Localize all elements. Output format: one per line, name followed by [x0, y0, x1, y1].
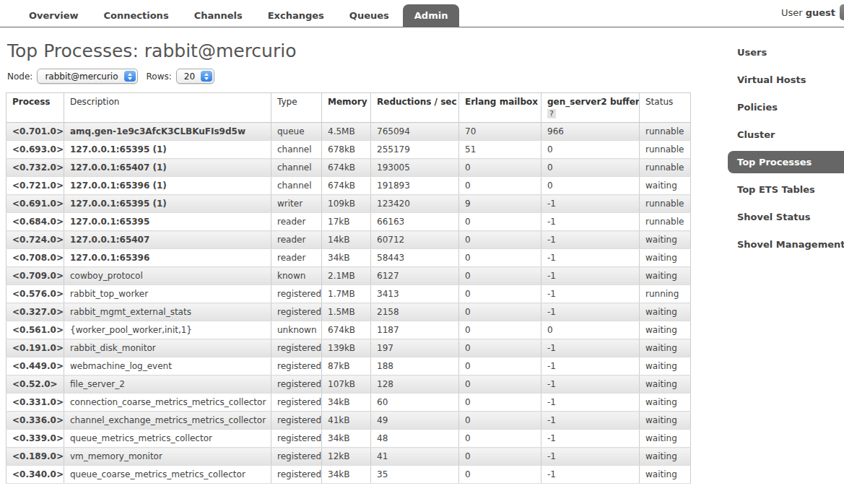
process-cell: <0.709.0> — [6, 267, 64, 285]
tab-connections[interactable]: Connections — [92, 4, 180, 27]
description-cell[interactable]: 127.0.0.1:65407 — [64, 231, 271, 249]
user-label: User — [781, 7, 803, 18]
table-row: <0.709.0>cowboy_protocolknown2.1MB61270-… — [6, 267, 691, 285]
col-header-label: Reductions / sec — [377, 97, 457, 107]
memory-cell: 17kB — [322, 213, 371, 231]
type-cell: registered — [271, 394, 322, 412]
col-header-label: Process — [12, 97, 51, 107]
node-select[interactable]: rabbit@mercurio — [37, 69, 137, 84]
process-cell: <0.339.0> — [6, 430, 64, 448]
col-header-erlang-mailbox[interactable]: Erlang mailbox — [459, 93, 541, 123]
process-cell: <0.327.0> — [6, 303, 64, 321]
sidebar-item-shovel-management[interactable]: Shovel Management — [728, 233, 844, 256]
mailbox-cell: 0 — [459, 466, 541, 484]
memory-cell: 674kB — [322, 159, 371, 177]
type-cell: registered — [271, 448, 322, 466]
col-header-status: Status — [640, 93, 691, 123]
reductions-cell: 66163 — [371, 213, 459, 231]
type-cell: channel — [271, 141, 322, 159]
type-cell: reader — [271, 249, 322, 267]
description-cell[interactable]: 127.0.0.1:65407 (1) — [64, 159, 271, 177]
mailbox-cell: 0 — [459, 394, 541, 412]
memory-cell: 12kB — [322, 448, 371, 466]
process-cell: <0.708.0> — [6, 249, 64, 267]
tab-channels[interactable]: Channels — [183, 4, 254, 27]
table-row: <0.331.0>connection_coarse_metrics_metri… — [6, 394, 691, 412]
status-cell: waiting — [640, 321, 691, 339]
type-cell: registered — [271, 357, 322, 375]
col-header-label: Erlang mailbox — [465, 97, 538, 107]
rows-label: Rows: — [147, 71, 172, 82]
type-cell: channel — [271, 177, 322, 195]
mailbox-cell: 9 — [459, 195, 541, 213]
tab-admin[interactable]: Admin — [403, 4, 460, 27]
processes-table: ProcessDescriptionTypeMemoryReductions /… — [6, 92, 691, 484]
tab-overview[interactable]: Overview — [17, 4, 90, 27]
mailbox-cell: 0 — [459, 357, 541, 375]
status-cell: waiting — [640, 339, 691, 357]
col-header-process[interactable]: Process — [6, 93, 64, 123]
tab-exchanges[interactable]: Exchanges — [256, 4, 336, 27]
description-cell[interactable]: 127.0.0.1:65396 (1) — [64, 177, 271, 195]
type-cell: queue — [271, 123, 322, 141]
buffer-cell: 966 — [541, 123, 640, 141]
sidebar-item-top-processes[interactable]: Top Processes — [728, 151, 844, 173]
status-cell: waiting — [640, 412, 691, 430]
table-row: <0.693.0>127.0.0.1:65395 (1)channel678kB… — [6, 141, 691, 159]
logout-button[interactable]: Log out — [840, 4, 844, 20]
col-header-gen-server2-buffer[interactable]: gen_server2 buffer? — [541, 93, 640, 123]
memory-cell: 139kB — [322, 339, 371, 357]
tab-queues[interactable]: Queues — [338, 4, 401, 27]
description-cell[interactable]: amq.gen-1e9c3AfcK3CLBKuFIs9d5w — [64, 123, 271, 141]
col-header-reductions-sec[interactable]: Reductions / sec — [371, 93, 459, 123]
process-cell: <0.691.0> — [6, 195, 64, 213]
mailbox-cell: 0 — [459, 285, 541, 303]
buffer-cell: -1 — [541, 231, 640, 249]
mailbox-cell: 0 — [459, 448, 541, 466]
sidebar-item-policies[interactable]: Policies — [728, 96, 844, 118]
description-cell[interactable]: 127.0.0.1:65395 — [64, 213, 271, 231]
sidebar-item-shovel-status[interactable]: Shovel Status — [728, 206, 844, 228]
type-cell: registered — [271, 466, 322, 484]
sidebar-item-users[interactable]: Users — [728, 41, 844, 64]
description-cell: rabbit_top_worker — [64, 285, 271, 303]
col-header-memory[interactable]: Memory — [322, 93, 371, 123]
node-select-value: rabbit@mercurio — [45, 71, 118, 82]
reductions-cell: 255179 — [371, 141, 459, 159]
type-cell: channel — [271, 159, 322, 177]
description-cell[interactable]: 127.0.0.1:65395 (1) — [64, 195, 271, 213]
mailbox-cell: 0 — [459, 159, 541, 177]
col-header-label: Memory — [328, 97, 367, 107]
status-cell: waiting — [640, 466, 691, 484]
status-cell: waiting — [640, 249, 691, 267]
memory-cell: 41kB — [322, 412, 371, 430]
table-row: <0.336.0>channel_exchange_metrics_metric… — [6, 412, 691, 430]
select-stepper-icon — [201, 71, 212, 82]
table-row: <0.708.0>127.0.0.1:65396reader34kB584430… — [6, 249, 691, 267]
description-cell[interactable]: 127.0.0.1:65395 (1) — [64, 141, 271, 159]
mailbox-cell: 0 — [459, 412, 541, 430]
type-cell: unknown — [271, 321, 322, 339]
process-cell: <0.721.0> — [6, 177, 64, 195]
rows-select[interactable]: 20 — [176, 69, 214, 84]
buffer-cell: -1 — [541, 303, 640, 321]
process-cell: <0.336.0> — [6, 412, 64, 430]
help-icon[interactable]: ? — [547, 109, 556, 118]
memory-cell: 1.5MB — [322, 303, 371, 321]
buffer-cell: -1 — [541, 213, 640, 231]
description-cell: connection_coarse_metrics_metrics_collec… — [64, 394, 271, 412]
memory-cell: 34kB — [322, 394, 371, 412]
buffer-cell: 0 — [541, 321, 640, 339]
sidebar-item-cluster[interactable]: Cluster — [728, 123, 844, 146]
buffer-cell: 0 — [541, 141, 640, 159]
reductions-cell: 188 — [371, 357, 459, 375]
process-cell: <0.684.0> — [6, 213, 64, 231]
node-label: Node: — [7, 71, 32, 82]
description-cell: queue_coarse_metrics_metrics_collector — [64, 466, 271, 484]
status-cell: waiting — [640, 448, 691, 466]
description-cell[interactable]: 127.0.0.1:65396 — [64, 249, 271, 267]
sidebar-item-virtual-hosts[interactable]: Virtual Hosts — [728, 69, 844, 91]
sidebar-item-top-ets-tables[interactable]: Top ETS Tables — [728, 178, 844, 201]
select-stepper-icon — [124, 71, 136, 82]
col-header-label: Description — [70, 97, 119, 107]
